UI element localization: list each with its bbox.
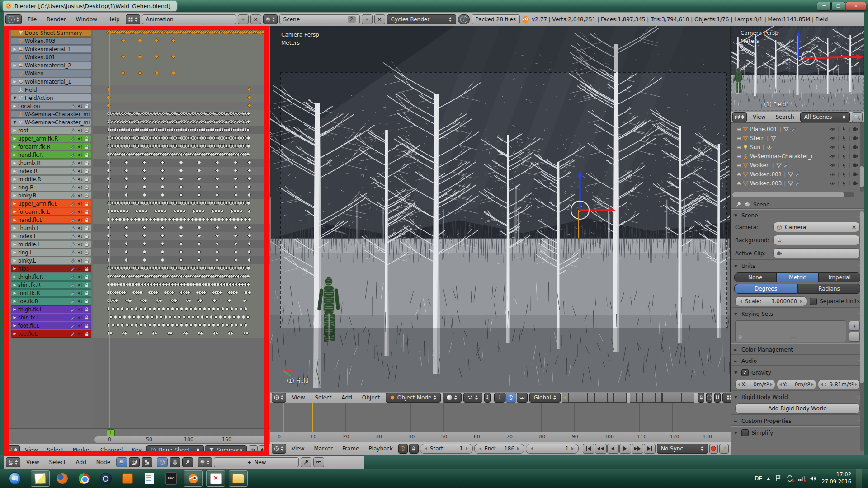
- taskbar-start-button[interactable]: [5, 471, 25, 486]
- keyframe-diamond[interactable]: [120, 307, 125, 311]
- simplify-panel-header[interactable]: ▼Simplify::::: [731, 426, 864, 438]
- keyframe-diamond[interactable]: [200, 315, 204, 319]
- keyframe-diamond[interactable]: [111, 307, 116, 311]
- screen-layout-icon[interactable]: [126, 14, 140, 24]
- tl-menu-view[interactable]: View: [288, 443, 308, 454]
- keyframe-diamond[interactable]: [138, 307, 143, 311]
- keyframe-diamond[interactable]: [147, 323, 152, 328]
- next-keyframe-button[interactable]: [632, 444, 643, 454]
- audio-panel-header[interactable]: ►Audio::::: [731, 355, 864, 366]
- keyframe-diamond[interactable]: [233, 225, 238, 230]
- visibility-toggle[interactable]: [827, 172, 838, 177]
- keyframe-diamond[interactable]: [124, 225, 128, 230]
- dopesheet-mode-selector[interactable]: Dope Sheet: [146, 445, 204, 455]
- keyframe-diamond[interactable]: [247, 258, 252, 263]
- pivot-point-selector[interactable]: [463, 393, 482, 403]
- keyframe-diamond[interactable]: [191, 315, 195, 319]
- keyframe-diamond[interactable]: [155, 291, 159, 295]
- keyframe-row[interactable]: [93, 191, 270, 199]
- channel-dope-sheet-summary[interactable]: Dope Sheet Summary: [11, 29, 91, 37]
- outliner-scope-selector[interactable]: All Scenes: [800, 112, 850, 122]
- keyframe-diamond[interactable]: [179, 250, 183, 254]
- add-keying-set-button[interactable]: ＋: [849, 321, 860, 331]
- info-editor-type-button[interactable]: i: [5, 14, 22, 24]
- renderability-toggle[interactable]: [849, 145, 861, 150]
- channel-expander-icon[interactable]: ▶: [13, 291, 17, 295]
- channel-expander-icon[interactable]: ▶: [13, 104, 17, 108]
- manipulator-scale-button[interactable]: [517, 393, 528, 403]
- keyframe-diamond[interactable]: [215, 258, 220, 263]
- taskbar-epic-button[interactable]: EPIC: [162, 471, 180, 486]
- keyframe-diamond[interactable]: [166, 307, 170, 311]
- keyframe-diamond[interactable]: [207, 307, 211, 311]
- timeline-ruler-label[interactable]: 0: [278, 434, 281, 440]
- keyframe-diamond[interactable]: [120, 323, 125, 328]
- keyframe-diamond[interactable]: [166, 323, 170, 328]
- layer-cell[interactable]: [562, 393, 569, 403]
- keyframe-diamond[interactable]: [215, 160, 220, 165]
- keyframe-diamond[interactable]: [198, 307, 202, 311]
- channel-pinky-l[interactable]: ▶pinky.L: [11, 257, 91, 264]
- channel-expander-icon[interactable]: ▶: [13, 63, 17, 67]
- keyframe-diamond[interactable]: [163, 209, 167, 214]
- selectability-toggle[interactable]: [838, 163, 849, 168]
- expand-icon[interactable]: ⊕: [737, 145, 741, 150]
- keyframe-row[interactable]: [93, 224, 270, 232]
- keyframe-diamond[interactable]: [124, 177, 128, 181]
- visibility-toggle[interactable]: [827, 136, 838, 141]
- keyframe-diamond[interactable]: [197, 185, 202, 189]
- jump-to-start-button[interactable]: [583, 444, 594, 454]
- delete-layout-button[interactable]: ✕: [250, 14, 261, 24]
- scene-panel-header[interactable]: ▼Scene::::: [731, 209, 864, 221]
- renderability-toggle[interactable]: [849, 163, 861, 168]
- keyframe-row[interactable]: [93, 240, 270, 248]
- channel-expander-icon[interactable]: ▶: [13, 283, 17, 287]
- keyframe-diamond[interactable]: [223, 315, 227, 319]
- keyframe-diamond[interactable]: [142, 250, 147, 254]
- keyframe-row[interactable]: [93, 264, 270, 272]
- channel-hand-fk-r[interactable]: ▶hand.fk.R: [11, 151, 91, 159]
- keyframe-row[interactable]: [93, 53, 270, 61]
- keyframe-diamond[interactable]: [233, 258, 238, 263]
- keyframe-diamond[interactable]: [239, 209, 243, 214]
- tray-expand-icon[interactable]: ▲: [767, 476, 770, 481]
- layer-cell[interactable]: [675, 393, 682, 403]
- keyframe-diamond[interactable]: [157, 307, 161, 311]
- dope-sheet-scrubber[interactable]: 1 050100150: [4, 428, 270, 444]
- channel-wolkenmaterial-2[interactable]: ▶Wolkenmaterial_2: [11, 61, 91, 69]
- keyframe-diamond[interactable]: [233, 242, 238, 246]
- channel-expander-icon[interactable]: ▶: [13, 185, 17, 189]
- keyframe-row[interactable]: [93, 321, 270, 329]
- visibility-toggle[interactable]: [827, 181, 838, 186]
- lineart-shader-toggle[interactable]: [182, 457, 193, 467]
- keyframe-row[interactable]: [93, 126, 270, 134]
- paste-keyframes-button[interactable]: [259, 445, 268, 455]
- keyframe-diamond[interactable]: [179, 307, 184, 311]
- keyframe-diamond[interactable]: [234, 323, 239, 328]
- summary-filter-toggle[interactable]: Summary: [205, 445, 247, 455]
- separate-units-checkbox[interactable]: [810, 298, 817, 305]
- keyframe-row[interactable]: [93, 329, 270, 338]
- keyframe-diamond[interactable]: [161, 307, 166, 311]
- ds-menu-view[interactable]: View: [21, 445, 42, 455]
- outliner-item-sun[interactable]: ⊕Sun|: [732, 143, 864, 152]
- preview-range-clock-toggle[interactable]: [398, 444, 408, 454]
- channel-toe-fk-r[interactable]: ▶toe.fk.R: [11, 297, 91, 305]
- snap-toggle[interactable]: [714, 393, 721, 403]
- render-engine-selector[interactable]: Cycles Render: [387, 14, 456, 24]
- outliner-item-plane-001[interactable]: ⊕Plane.001|: [732, 125, 864, 134]
- keyframe-diamond[interactable]: [215, 193, 220, 197]
- layer-cell[interactable]: [649, 393, 656, 403]
- keyframe-diamond[interactable]: [125, 323, 129, 328]
- keyframe-diamond[interactable]: [247, 291, 252, 295]
- keyframe-diamond[interactable]: [124, 234, 128, 238]
- keyframe-row[interactable]: [93, 118, 270, 126]
- keyframe-diamond[interactable]: [212, 323, 216, 328]
- keyframe-row[interactable]: [93, 159, 270, 167]
- layer-cell[interactable]: [594, 393, 601, 403]
- transform-orientation-selector[interactable]: Global: [529, 393, 560, 403]
- keyframe-diamond[interactable]: [233, 193, 238, 197]
- keyframe-diamond[interactable]: [247, 193, 252, 197]
- color-management-panel-header[interactable]: ►Color Management::::: [731, 343, 864, 355]
- layer-cell[interactable]: [568, 393, 575, 403]
